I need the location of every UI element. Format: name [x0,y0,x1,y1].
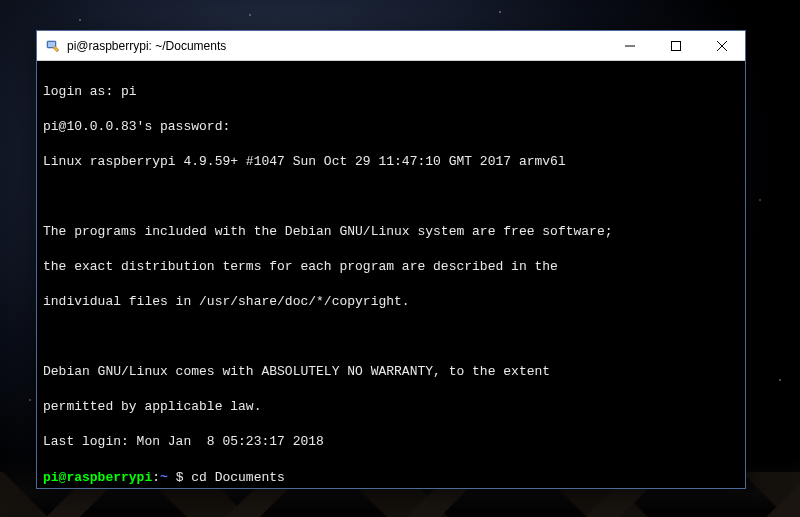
window-title: pi@raspberrypi: ~/Documents [67,39,607,53]
terminal-line: Last login: Mon Jan 8 05:23:17 2018 [43,433,739,451]
prompt-userhost: pi@raspberrypi [43,470,152,485]
terminal-line: login as: pi [43,83,739,101]
prompt-command: cd Documents [191,470,285,485]
terminal-line: individual files in /usr/share/doc/*/cop… [43,293,739,311]
terminal-line: Linux raspberrypi 4.9.59+ #1047 Sun Oct … [43,153,739,171]
minimize-button[interactable] [607,31,653,60]
terminal-line: the exact distribution terms for each pr… [43,258,739,276]
terminal-line: permitted by applicable law. [43,398,739,416]
terminal-line: Debian GNU/Linux comes with ABSOLUTELY N… [43,363,739,381]
window-controls [607,31,745,60]
terminal-prompt-line: pi@raspberrypi:~ $ cd Documents [43,469,739,487]
window-titlebar[interactable]: pi@raspberrypi: ~/Documents [37,31,745,61]
terminal-body[interactable]: login as: pi pi@10.0.0.83's password: Li… [37,61,745,488]
prompt-colon: : [152,470,160,485]
maximize-button[interactable] [653,31,699,60]
terminal-window: pi@raspberrypi: ~/Documents login as: pi… [36,30,746,489]
svg-rect-3 [672,41,681,50]
prompt-path: ~ [160,470,168,485]
prompt-dollar: $ [168,470,191,485]
terminal-blank [43,328,739,346]
terminal-blank [43,188,739,206]
putty-icon [45,38,61,54]
close-button[interactable] [699,31,745,60]
terminal-line: pi@10.0.0.83's password: [43,118,739,136]
terminal-line: The programs included with the Debian GN… [43,223,739,241]
svg-rect-1 [48,42,55,47]
